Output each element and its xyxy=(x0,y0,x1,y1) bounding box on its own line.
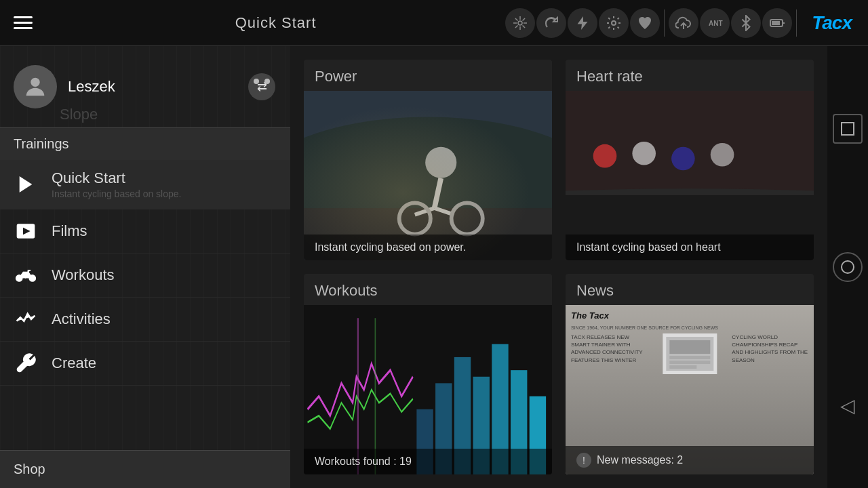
news-card[interactable]: News The Tacx SINCE 1964, YOUR NUMBER ON… xyxy=(566,274,814,474)
sidebar-item-create[interactable]: Create xyxy=(0,342,290,386)
heart-rate-card-caption: Instant cycling based on heart xyxy=(566,235,814,260)
activity-icon xyxy=(14,307,38,331)
trainings-header: Trainings xyxy=(0,127,290,160)
power-card-title: Power xyxy=(304,60,552,91)
svg-point-18 xyxy=(254,79,259,84)
fan-icon-button[interactable] xyxy=(505,8,535,38)
svg-point-15 xyxy=(31,78,39,87)
sidebar: Leszek ⇄ Slope Trainings xyxy=(0,46,290,488)
sidebar-item-workouts[interactable]: Workouts xyxy=(0,253,290,298)
heart-rate-card-title: Heart rate xyxy=(566,60,814,91)
avatar xyxy=(14,65,57,108)
heart-icon-button[interactable] xyxy=(630,8,660,38)
svg-line-31 xyxy=(415,208,435,215)
svg-line-32 xyxy=(435,208,454,215)
switch-user-button[interactable]: ⇄ xyxy=(247,72,277,102)
svg-line-5 xyxy=(515,18,518,20)
play-icon xyxy=(14,172,38,197)
power-card-caption: Instant cycling based on power. xyxy=(304,235,552,260)
refresh-icon-button[interactable] xyxy=(536,8,566,38)
svg-line-6 xyxy=(523,25,526,28)
svg-line-30 xyxy=(435,178,441,208)
svg-point-34 xyxy=(452,203,483,234)
news-card-image: The Tacx SINCE 1964, YOUR NUMBER ONE SOU… xyxy=(566,305,814,474)
svg-rect-56 xyxy=(669,365,696,369)
sidebar-item-shop[interactable]: Shop xyxy=(0,450,290,488)
separator xyxy=(664,9,665,37)
svg-rect-14 xyxy=(772,21,780,25)
workouts-card[interactable]: Workouts xyxy=(304,274,552,474)
sidebar-item-films[interactable]: Films xyxy=(0,209,290,253)
header-title: Quick Start xyxy=(46,14,505,32)
sidebar-item-activities[interactable]: Activities xyxy=(0,298,290,342)
svg-point-0 xyxy=(518,21,522,25)
hamburger-icon xyxy=(14,16,33,29)
svg-rect-54 xyxy=(669,356,710,359)
film-icon xyxy=(14,219,38,243)
bluetooth-icon-button[interactable] xyxy=(731,8,761,38)
separator2 xyxy=(796,9,797,37)
svg-point-37 xyxy=(593,144,617,168)
heart-rate-card-image: Instant cycling based on heart xyxy=(566,91,814,260)
main-content: Power xyxy=(290,46,827,488)
slope-label: Slope xyxy=(60,106,98,123)
news-card-title: News xyxy=(566,274,814,305)
battery-icon-button[interactable] xyxy=(762,8,792,38)
create-icon xyxy=(14,351,38,375)
cloud-icon-button[interactable] xyxy=(669,8,698,38)
svg-point-40 xyxy=(711,143,734,167)
workouts-card-image: Workouts found : 19 xyxy=(304,305,552,474)
back-button[interactable]: ◁ xyxy=(833,390,863,420)
header: Quick Start xyxy=(0,0,868,46)
svg-point-29 xyxy=(425,147,456,178)
power-card-image: Instant cycling based on power. xyxy=(304,91,552,260)
svg-point-39 xyxy=(671,147,695,171)
svg-point-19 xyxy=(264,79,270,84)
svg-point-58 xyxy=(842,261,854,273)
bike-icon xyxy=(14,263,38,287)
svg-point-33 xyxy=(399,203,431,234)
settings-icon-button[interactable] xyxy=(599,8,629,38)
svg-line-8 xyxy=(515,25,518,28)
news-paper-content: The Tacx SINCE 1964, YOUR NUMBER ONE SOU… xyxy=(571,310,808,376)
svg-marker-20 xyxy=(20,176,33,192)
svg-point-38 xyxy=(632,142,656,165)
circle-button[interactable] xyxy=(833,252,863,282)
body: Leszek ⇄ Slope Trainings xyxy=(0,46,868,488)
username: Leszek xyxy=(68,78,115,96)
svg-rect-57 xyxy=(842,123,854,135)
svg-line-7 xyxy=(523,18,526,20)
alert-icon: ! xyxy=(576,453,591,468)
square-button[interactable] xyxy=(833,114,863,144)
ant-icon-button[interactable]: ANT+ xyxy=(700,8,730,38)
user-section: Leszek ⇄ Slope xyxy=(0,46,290,127)
header-icons: ANT+ Tacx xyxy=(505,8,868,38)
svg-point-25 xyxy=(27,271,29,273)
svg-text:ANT+: ANT+ xyxy=(709,20,723,27)
svg-rect-55 xyxy=(669,361,710,364)
sidebar-item-quick-start[interactable]: Quick Start Instant cycling based on slo… xyxy=(0,160,290,209)
tacx-logo: Tacx xyxy=(801,12,863,34)
heart-rate-card[interactable]: Heart rate xyxy=(566,60,814,260)
news-message: ! New messages: 2 xyxy=(566,446,814,474)
power-card[interactable]: Power xyxy=(304,60,552,260)
svg-point-9 xyxy=(612,21,616,25)
menu-button[interactable] xyxy=(0,0,46,46)
workouts-card-title: Workouts xyxy=(304,274,552,305)
power-icon-button[interactable] xyxy=(568,8,597,38)
right-nav: ◁ xyxy=(827,46,868,488)
svg-rect-53 xyxy=(669,340,710,354)
workouts-card-caption: Workouts found : 19 xyxy=(304,449,552,474)
